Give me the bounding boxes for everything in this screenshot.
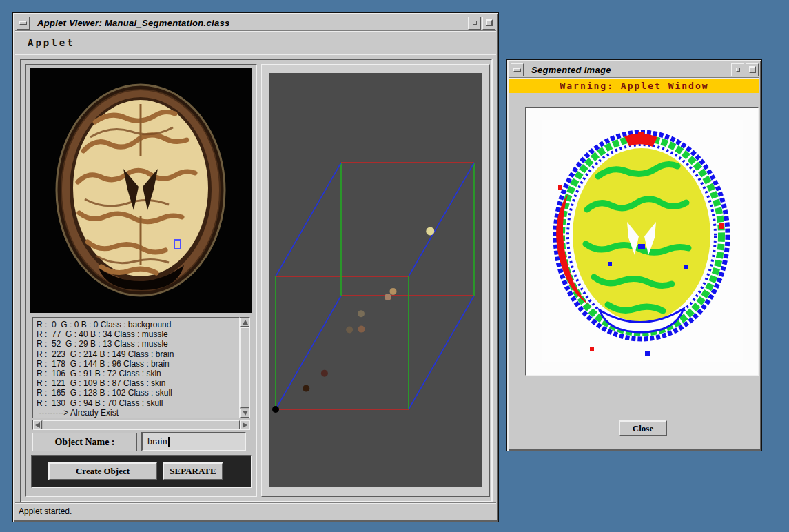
segmented-window-titlebar[interactable]: Segmented Image <box>509 62 759 78</box>
rgb-point-mussle <box>321 370 328 377</box>
rgb-point-brain <box>426 227 434 236</box>
rgb-point-brain <box>390 288 397 295</box>
class-list-row[interactable]: R : 165 G : 128 B : 102 Class : skull <box>37 388 239 398</box>
rgb-cube-panel <box>261 64 490 497</box>
maximize-icon <box>749 66 756 73</box>
triangle-up-icon <box>243 320 248 325</box>
close-button[interactable]: Close <box>619 420 667 436</box>
class-list-horizontal-scrollbar[interactable] <box>32 420 250 430</box>
iconify-button[interactable] <box>731 63 744 76</box>
class-list-row[interactable]: R : 223 G : 214 B : 149 Class : brain <box>37 349 239 359</box>
class-list-row[interactable]: R : 77 G : 40 B : 34 Class : mussle <box>37 329 239 339</box>
object-name-label: Object Name : <box>32 433 137 451</box>
status-bar: Applet started. <box>15 502 496 520</box>
rgb-cube-points <box>272 227 434 413</box>
text-caret-icon <box>168 437 170 447</box>
window-title: Segmented Image <box>525 65 611 75</box>
iconify-button[interactable] <box>468 17 481 30</box>
rgb-point-mussle <box>303 385 309 392</box>
window-menu-icon <box>513 68 521 72</box>
menubar: Applet <box>15 32 496 54</box>
segmented-brain-image <box>542 120 743 362</box>
object-name-input[interactable]: brain <box>141 432 246 451</box>
desktop: { "desktop": { "background_color": "#4a7… <box>0 0 789 532</box>
class-list-row[interactable]: R : 130 G : 94 B : 70 Class : skull <box>37 398 239 408</box>
window-title: Applet Viewer: Manual_Segmentation.class <box>31 18 230 28</box>
class-list[interactable]: R : 0 G : 0 B : 0 Class : backgroundR : … <box>32 317 240 418</box>
maximize-button[interactable] <box>746 63 759 76</box>
triangle-left-icon <box>35 422 40 428</box>
status-text: Applet started. <box>15 507 72 516</box>
class-list-row[interactable]: R : 0 G : 0 B : 0 Class : background <box>37 320 239 329</box>
segmentation-panel: R : 0 G : 0 B : 0 Class : backgroundR : … <box>25 64 257 497</box>
rgb-cube-svg <box>269 73 482 487</box>
rgb-point-skull <box>385 294 391 300</box>
scroll-down-button[interactable] <box>240 409 249 418</box>
maximize-button[interactable] <box>482 17 495 30</box>
mri-brain-image <box>30 68 252 313</box>
menu-applet[interactable]: Applet <box>28 37 75 48</box>
window-menu-icon <box>19 21 27 25</box>
iconify-icon <box>473 21 477 25</box>
separate-button[interactable]: SEPARATE <box>163 462 223 480</box>
horizontal-scrollbar-thumb[interactable] <box>43 420 240 429</box>
scroll-right-button[interactable] <box>240 420 249 429</box>
segmented-image-panel <box>525 107 759 376</box>
action-button-strip: Create Object SEPARATE <box>31 455 252 488</box>
rgb-point-skull <box>358 326 365 333</box>
rgb-point-skin <box>346 327 353 334</box>
scroll-left-button[interactable] <box>33 420 42 429</box>
class-list-vertical-scrollbar[interactable] <box>240 317 250 418</box>
rgb-point-skin <box>358 310 365 317</box>
applet-viewer-window: Applet Viewer: Manual_Segmentation.class… <box>12 12 499 522</box>
content-frame: R : 0 G : 0 B : 0 Class : backgroundR : … <box>20 59 493 502</box>
iconify-icon <box>736 68 740 72</box>
triangle-down-icon <box>243 411 248 416</box>
rgb-cube-plot <box>269 73 482 487</box>
applet-warning-banner: Warning: Applet Window <box>509 79 759 93</box>
scroll-up-button[interactable] <box>240 318 249 327</box>
class-list-row[interactable]: R : 52 G : 29 B : 13 Class : mussle <box>37 339 239 349</box>
create-object-button[interactable]: Create Object <box>48 462 157 480</box>
vertical-scrollbar-thumb[interactable] <box>240 327 249 408</box>
class-list-row[interactable]: R : 121 G : 109 B : 87 Class : skin <box>37 378 239 388</box>
rgb-cube-wireframe <box>276 163 474 409</box>
class-list-row[interactable]: R : 106 G : 91 B : 72 Class : skin <box>37 369 239 378</box>
segmented-image-window: Segmented Image Warning: Applet Window <box>506 59 762 451</box>
rgb-point-background <box>272 406 279 413</box>
mri-image-canvas[interactable] <box>30 68 252 313</box>
window-menu-button[interactable] <box>17 17 30 30</box>
window-menu-button[interactable] <box>511 63 524 76</box>
object-name-value: brain <box>147 436 167 447</box>
class-list-row[interactable]: ---------> Already Exist <box>37 408 239 418</box>
triangle-right-icon <box>243 422 247 428</box>
maximize-icon <box>486 19 493 26</box>
applet-viewer-titlebar[interactable]: Applet Viewer: Manual_Segmentation.class <box>15 15 496 31</box>
class-list-row[interactable]: R : 178 G : 144 B : 96 Class : brain <box>37 359 239 369</box>
